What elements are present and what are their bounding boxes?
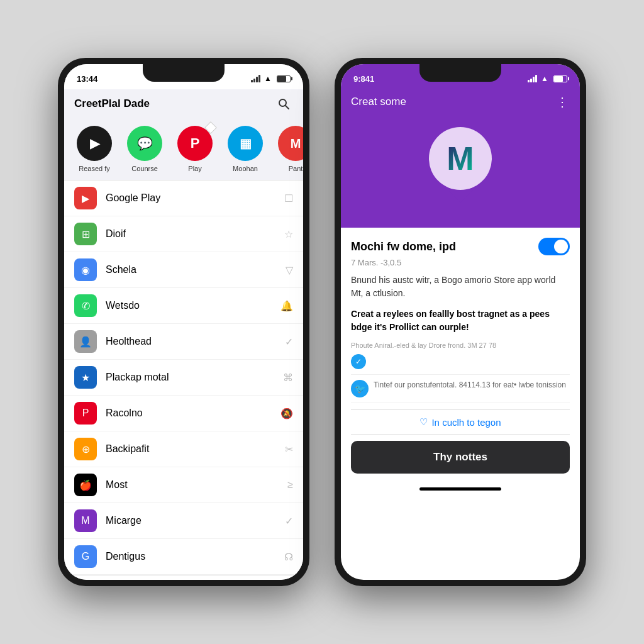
list-name-most: Most: [106, 479, 279, 491]
list-action-googleplay: ☐: [284, 192, 293, 204]
list-name-googleplay: Google Play: [106, 192, 275, 204]
list-icon-dentigus: G: [74, 545, 97, 568]
list-icon-schela: ◉: [74, 258, 97, 281]
list-name-racolno: Racolno: [106, 408, 272, 419]
list-icon-googleplay: ▶: [74, 187, 97, 209]
battery-fill: [554, 76, 563, 82]
app-icon-play: P: [177, 126, 213, 161]
list-action-dentigus: ☊: [284, 551, 293, 563]
list-action-dioif: ☆: [284, 228, 293, 240]
left-header: CreetPlal Dade: [64, 89, 303, 118]
list-item[interactable]: ▶ Google Play ☐: [64, 180, 303, 216]
app-icon-reased: ▶: [77, 126, 112, 161]
m-logo-icon: M: [447, 140, 474, 177]
twitter-icon: 🐦: [351, 380, 369, 397]
app-label-reased: Reased fy: [79, 165, 110, 172]
app-title: Mochi fw dome, ipd: [351, 240, 456, 253]
heart-icon: ♡: [419, 416, 428, 428]
app-icon-moohan: ▦: [228, 126, 263, 161]
list-item[interactable]: ◉ Schela ▽: [64, 252, 303, 288]
scene: 13:44 ▲ CreetPlal Dade: [0, 0, 644, 644]
left-phone-screen: 13:44 ▲ CreetPlal Dade: [64, 64, 303, 580]
list-action-micarge: ✓: [285, 515, 293, 527]
app-label-moohan: Moohan: [233, 165, 258, 172]
tweet-row: 🐦 Tintef our ponstufentotal. 84114.13 fo…: [351, 374, 570, 403]
app-icon-counrse: 💬: [127, 126, 162, 161]
list-action-backipafit: ✂: [285, 443, 293, 455]
love-button[interactable]: ♡ In cuclh to tegon: [351, 409, 570, 435]
diamond-badge: [204, 121, 217, 134]
wifi-icon: ▲: [541, 74, 548, 83]
app-item-counrse[interactable]: 💬 Counrse: [125, 126, 165, 172]
right-phone-screen: 9:841 ▲ Creat some ⋮ M: [341, 64, 580, 580]
list-name-wetsdo: Wetsdo: [106, 300, 272, 311]
left-header-title: CreetPlal Dade: [74, 97, 150, 110]
app-item-play[interactable]: P Play: [175, 126, 215, 172]
toggle-switch[interactable]: [538, 238, 570, 255]
list-item[interactable]: G Dentigus ☊: [64, 539, 303, 575]
list-icon-heolthead: 👤: [74, 330, 97, 353]
app-promo: Creat a reylees on feallly bost tragnet …: [351, 308, 570, 334]
detail-card: Mochi fw dome, ipd 7 Mars. -3,0.5 Bnund …: [341, 228, 580, 484]
list-icon-wetsdo: ✆: [74, 294, 97, 317]
list-item[interactable]: ⊕ Backipafit ✂: [64, 431, 303, 467]
right-header-title: Creat some: [351, 96, 406, 108]
list-icon-most: 🍎: [74, 474, 97, 496]
signal-icon: [528, 75, 537, 82]
app-item-reased[interactable]: ▶ Reased fy: [74, 126, 114, 172]
list-action-racolno: 🔕: [280, 408, 293, 419]
list-item[interactable]: P Racolno 🔕: [64, 396, 303, 431]
list-name-plackap: Plackap motal: [106, 372, 274, 383]
list-name-backipafit: Backipafit: [106, 443, 276, 455]
app-label-pant: Pant: [289, 165, 303, 172]
list-name-schela: Schela: [106, 264, 277, 275]
more-options-button[interactable]: ⋮: [556, 94, 570, 109]
right-phone: 9:841 ▲ Creat some ⋮ M: [335, 58, 586, 586]
signal-icon: [251, 75, 260, 82]
right-header: Creat some ⋮: [341, 89, 580, 114]
list-icon-micarge: M: [74, 509, 97, 532]
apps-row: ▶ Reased fy 💬 Counrse P Play: [64, 118, 303, 180]
purple-hero: M: [341, 114, 580, 228]
list-name-dioif: Dioif: [106, 228, 275, 240]
battery-fill: [277, 76, 286, 82]
app-description: Bnund his austc witr, a Bogo amorio Stor…: [351, 274, 570, 300]
list-action-schela: ▽: [286, 264, 293, 276]
list-item[interactable]: ✆ Wetsdo 🔔: [64, 288, 303, 324]
list-icon-racolno: P: [74, 402, 97, 425]
app-item-moohan[interactable]: ▦ Moohan: [225, 126, 265, 172]
left-notch: [143, 64, 225, 82]
left-status-icons: ▲: [251, 74, 291, 83]
list-icon-backipafit: ⊕: [74, 438, 97, 460]
list-item[interactable]: M Micarge ✓: [64, 503, 303, 539]
app-source: Phoute Aniral.-eled & lay Drore frond. 3…: [351, 341, 570, 349]
list-item[interactable]: 👤 Heolthead ✓: [64, 324, 303, 360]
list-item[interactable]: ⊞ Dioif ☆: [64, 216, 303, 252]
app-item-pant[interactable]: M Pant: [275, 126, 303, 172]
tweet-text: Tintef our ponstufentotal. 84114.13 for …: [374, 380, 566, 391]
left-phone: 13:44 ▲ CreetPlal Dade: [58, 58, 309, 586]
list-item[interactable]: ★ Plackap motal ⌘: [64, 360, 303, 396]
verify-icon: ✓: [351, 354, 366, 369]
list-item[interactable]: 🍎 Most ≥: [64, 467, 303, 503]
right-time: 9:841: [353, 74, 374, 84]
list-icon-plackap: ★: [74, 366, 97, 389]
main-cta-button[interactable]: Thy nottes: [351, 441, 570, 474]
list-icon-dioif: ⊞: [74, 223, 97, 245]
right-notch: [419, 64, 501, 82]
app-logo: M: [429, 127, 492, 190]
app-date: 7 Mars. -3,0.5: [351, 258, 570, 267]
list-action-most: ≥: [287, 479, 293, 491]
right-status-icons: ▲: [528, 74, 567, 83]
left-time: 13:44: [77, 74, 97, 84]
app-list: ▶ Google Play ☐ ⊞ Dioif ☆ ◉ Schela ▽ ✆ W…: [64, 180, 303, 575]
list-name-heolthead: Heolthead: [106, 336, 276, 347]
love-label: In cuclh to tegon: [431, 417, 501, 428]
list-action-heolthead: ✓: [285, 336, 293, 348]
list-action-plackap: ⌘: [283, 372, 293, 384]
app-label-counrse: Counrse: [131, 165, 158, 172]
search-button[interactable]: [274, 94, 293, 113]
right-home-indicator: [419, 487, 501, 491]
list-action-wetsdo: 🔔: [280, 300, 293, 312]
battery-icon: [553, 75, 567, 82]
